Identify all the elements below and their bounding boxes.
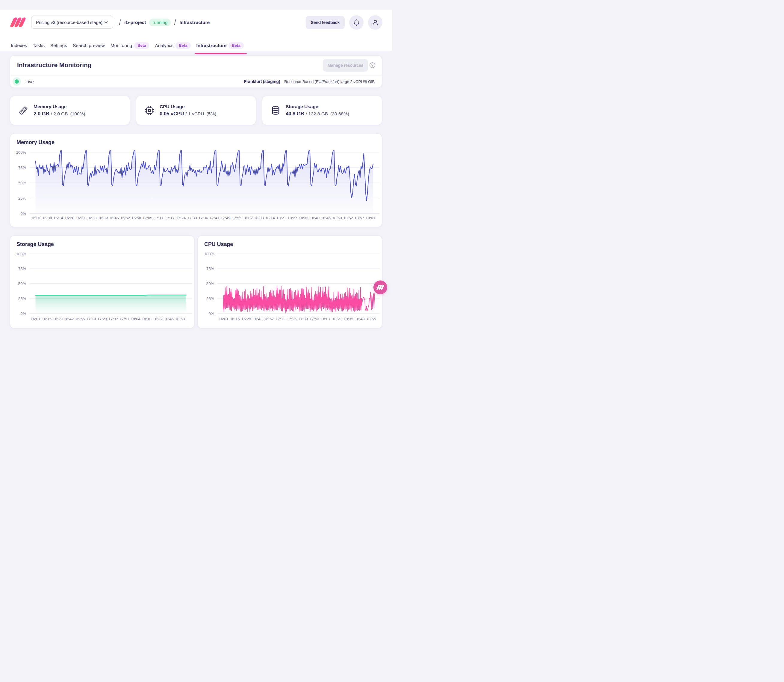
- x-axis-label: 17:37: [108, 317, 118, 321]
- tab-search-preview[interactable]: Search preview: [73, 39, 105, 53]
- x-axis-label: 18:45: [164, 317, 174, 321]
- send-feedback-button[interactable]: Send feedback: [306, 16, 345, 29]
- series-line: [36, 295, 186, 295]
- x-axis-label: 17:11: [154, 216, 164, 220]
- x-axis-label: 17:36: [198, 216, 208, 220]
- live-status-label: Live: [25, 79, 34, 84]
- x-axis-label: 18:08: [254, 216, 264, 220]
- x-axis-label: 16:14: [53, 216, 63, 220]
- header-actions: Send feedback: [306, 15, 382, 30]
- x-axis-label: 18:40: [310, 216, 320, 220]
- breadcrumb-page: Infrastructure: [180, 20, 210, 25]
- x-axis-label: 16:15: [41, 317, 51, 321]
- y-axis-label: 100%: [16, 252, 26, 256]
- x-axis-label: 16:56: [75, 317, 85, 321]
- y-axis-label: 25%: [206, 296, 214, 301]
- x-axis-label: 18:02: [243, 216, 253, 220]
- bell-icon: [353, 19, 360, 26]
- page-title: Infrastructure Monitoring: [17, 61, 91, 69]
- x-axis-label: 16:15: [230, 317, 240, 321]
- stat-percent: (5%): [206, 111, 216, 116]
- region-name: Frankfurt (staging): [244, 79, 280, 84]
- series-line: [223, 286, 375, 313]
- x-axis-label: 17:11: [275, 317, 285, 321]
- help-button[interactable]: [369, 62, 375, 69]
- memory-icon: [18, 105, 29, 116]
- stat-total: / 2.0 GB: [51, 111, 68, 116]
- tab-label: Search preview: [73, 43, 105, 48]
- account-button[interactable]: [368, 15, 382, 30]
- tab-label: Analytics: [155, 43, 173, 48]
- x-axis-label: 17:30: [187, 216, 197, 220]
- tab-infrastructure[interactable]: InfrastructureBeta: [196, 39, 244, 53]
- x-axis-label: 18:21: [277, 216, 286, 220]
- meilisearch-widget-button[interactable]: [374, 280, 387, 294]
- breadcrumb-separator: /: [174, 18, 176, 27]
- tab-monitoring[interactable]: MonitoringBeta: [110, 39, 149, 53]
- chevron-down-icon: [105, 21, 108, 23]
- x-axis-label: 18:32: [153, 317, 162, 321]
- x-axis-label: 17:55: [232, 216, 242, 220]
- tab-tasks[interactable]: Tasks: [33, 39, 45, 53]
- x-axis-label: 17:51: [119, 317, 129, 321]
- x-axis-label: 18:04: [130, 317, 140, 321]
- series-fill: [36, 151, 374, 214]
- notifications-button[interactable]: [349, 15, 364, 30]
- x-axis-label: 18:07: [321, 317, 331, 321]
- y-axis-label: 75%: [18, 266, 26, 271]
- x-axis-label: 17:17: [165, 216, 175, 220]
- manage-resources-button[interactable]: Manage resources: [323, 59, 368, 72]
- x-axis-label: 17:53: [309, 317, 319, 321]
- meilisearch-logo-icon: [376, 285, 385, 290]
- y-axis-label: 25%: [18, 296, 26, 301]
- stat-value-line: 2.0 GB/ 2.0 GB(100%): [33, 111, 85, 116]
- status-row: Live Frankfurt (staging) Resource-Based …: [10, 76, 382, 88]
- x-axis-label: 16:42: [64, 317, 74, 321]
- stat-value: 40.8 GB: [286, 111, 304, 116]
- y-axis-label: 75%: [206, 266, 214, 271]
- x-axis-label: 18:33: [299, 216, 309, 220]
- project-selector-value: Pricing v3 (resource-based stage): [36, 20, 102, 25]
- tab-indexes[interactable]: Indexes: [11, 39, 27, 53]
- breadcrumb: / rb-project running / Infrastructure: [119, 10, 210, 35]
- plan-description: Resource-Based (EU/Frankfurt) large 2 vC…: [284, 80, 375, 84]
- memory-usage-stat-card: Memory Usage 2.0 GB/ 2.0 GB(100%): [10, 96, 130, 125]
- x-axis-label: 17:43: [209, 216, 219, 220]
- y-axis-label: 50%: [206, 281, 214, 286]
- help-circle-icon: [369, 62, 375, 69]
- x-axis-label: 16:58: [132, 216, 142, 220]
- x-axis-label: 16:33: [87, 216, 97, 220]
- stat-title: CPU Usage: [160, 104, 216, 109]
- beta-badge: Beta: [229, 42, 243, 49]
- tab-settings[interactable]: Settings: [50, 39, 67, 53]
- stat-body: CPU Usage 0.05 vCPU/ 1 vCPU(5%): [160, 104, 216, 117]
- x-axis-label: 18:18: [142, 317, 151, 321]
- storage-usage-chart: 100%75%50%25%0%16:0116:1516:2916:4216:56…: [10, 236, 194, 328]
- breadcrumb-project[interactable]: rb-project: [124, 20, 146, 25]
- x-axis-label: 16:39: [98, 216, 108, 220]
- storage-usage-stat-card: Storage Usage 40.8 GB/ 132.8 GB(30.68%): [262, 96, 382, 125]
- stat-body: Memory Usage 2.0 GB/ 2.0 GB(100%): [33, 104, 85, 117]
- x-axis-label: 17:39: [298, 317, 308, 321]
- breadcrumb-separator: /: [119, 18, 121, 27]
- meilisearch-logo-icon[interactable]: [10, 18, 26, 27]
- cpu-icon: [144, 105, 154, 116]
- user-icon: [372, 19, 379, 26]
- x-axis-label: 18:52: [343, 216, 353, 220]
- beta-badge: Beta: [134, 42, 149, 49]
- storage-icon: [270, 105, 281, 116]
- x-axis-label: 16:46: [109, 216, 119, 220]
- live-status-dot: [15, 80, 19, 84]
- project-selector-dropdown[interactable]: Pricing v3 (resource-based stage): [31, 16, 113, 29]
- infrastructure-monitoring-panel: Infrastructure Monitoring Manage resourc…: [10, 56, 382, 88]
- stat-title: Storage Usage: [286, 104, 349, 109]
- x-axis-label: 16:01: [31, 216, 41, 220]
- cpu-usage-stat-card: CPU Usage 0.05 vCPU/ 1 vCPU(5%): [136, 96, 256, 125]
- x-axis-label: 18:50: [332, 216, 342, 220]
- tab-analytics[interactable]: AnalyticsBeta: [155, 39, 191, 53]
- x-axis-label: 18:57: [354, 216, 364, 220]
- region-meta: Frankfurt (staging) Resource-Based (EU/F…: [244, 79, 375, 84]
- y-axis-label: 0%: [21, 211, 26, 216]
- x-axis-label: 17:25: [287, 317, 297, 321]
- x-axis-label: 18:35: [343, 317, 353, 321]
